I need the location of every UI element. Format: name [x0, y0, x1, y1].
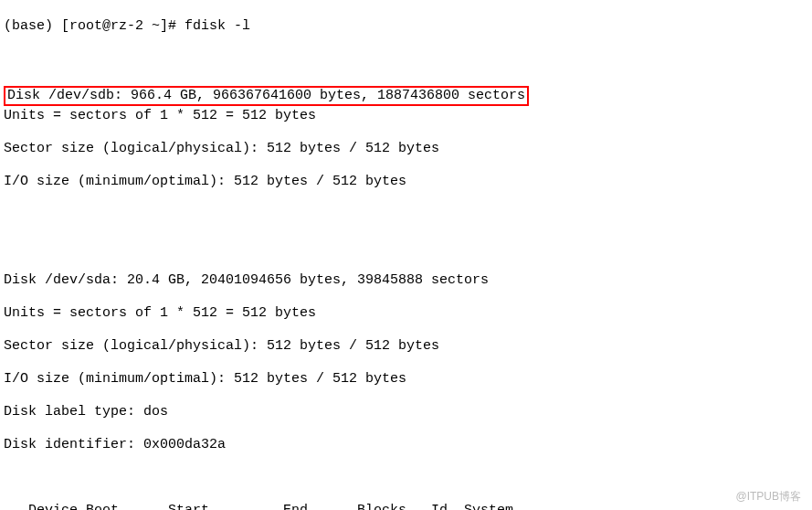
- sda-label-type-line: Disk label type: dos: [4, 404, 808, 420]
- blank-line: [4, 207, 808, 223]
- highlighted-disk-sdb-line: Disk /dev/sdb: 966.4 GB, 966367641600 by…: [4, 86, 529, 106]
- partition-table-header: Device Boot Start End Blocks Id System: [4, 503, 808, 510]
- sda-identifier-line: Disk identifier: 0x000da32a: [4, 437, 808, 453]
- sdb-io-size-line: I/O size (minimum/optimal): 512 bytes / …: [4, 174, 808, 190]
- sdb-sector-size-line: Sector size (logical/physical): 512 byte…: [4, 141, 808, 157]
- watermark-text: @ITPUB博客: [735, 490, 801, 503]
- blank-line: [4, 239, 808, 256]
- sda-sector-size-line: Sector size (logical/physical): 512 byte…: [4, 338, 808, 355]
- sda-io-size-line: I/O size (minimum/optimal): 512 bytes / …: [4, 371, 808, 388]
- blank-line: [4, 470, 808, 486]
- prompt-line[interactable]: (base) [root@rz-2 ~]# fdisk -l: [4, 18, 808, 35]
- blank-line: [4, 51, 808, 68]
- terminal-output: (base) [root@rz-2 ~]# fdisk -l Disk /dev…: [0, 0, 812, 510]
- sda-disk-line: Disk /dev/sda: 20.4 GB, 20401094656 byte…: [4, 272, 808, 289]
- sdb-units-line: Units = sectors of 1 * 512 = 512 bytes: [4, 108, 808, 124]
- sda-units-line: Units = sectors of 1 * 512 = 512 bytes: [4, 305, 808, 322]
